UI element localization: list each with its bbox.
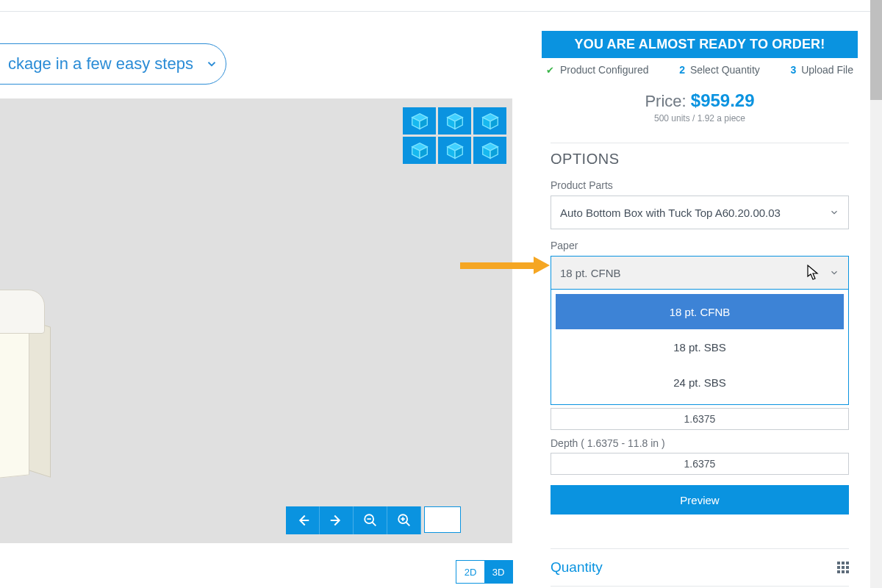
zoom-in-button[interactable] xyxy=(387,506,421,534)
progress-steps: ✔ Product Configured 2 Select Quantity 3… xyxy=(542,58,858,76)
toggle-2d[interactable]: 2D xyxy=(456,561,484,583)
step-2-label: Select Quantity xyxy=(690,64,760,76)
step-upload[interactable]: 3 Upload File xyxy=(790,64,853,76)
step-quantity[interactable]: 2 Select Quantity xyxy=(679,64,760,76)
grid-icon xyxy=(837,562,849,573)
paper-option-3[interactable]: 24 pt. SBS xyxy=(556,365,844,400)
product-parts-value: Auto Bottom Box with Tuck Top A60.20.00.… xyxy=(560,207,781,219)
steps-pill[interactable]: ckage in a few easy steps xyxy=(0,43,226,85)
preview-button[interactable]: Preview xyxy=(551,485,849,514)
view-angle-2[interactable] xyxy=(438,107,471,135)
price-sub: 500 units / 1.92 a piece xyxy=(542,113,858,123)
next-button[interactable] xyxy=(320,506,354,534)
steps-pill-text: ckage in a few easy steps xyxy=(8,54,193,74)
dimension-input[interactable] xyxy=(551,408,849,430)
options-section: OPTIONS Product Parts Auto Bottom Box wi… xyxy=(551,143,849,514)
page-scrollbar-thumb[interactable] xyxy=(870,0,882,100)
chevron-down-icon xyxy=(829,207,839,218)
paper-option-2[interactable]: 18 pt. SBS xyxy=(556,329,844,365)
product-viewer[interactable] xyxy=(0,98,512,543)
step-configured: ✔ Product Configured xyxy=(546,64,649,76)
quantity-section[interactable]: Quantity xyxy=(551,548,849,587)
price-value: $959.29 xyxy=(691,90,755,110)
order-banner: YOU ARE ALMOST READY TO ORDER! xyxy=(542,31,858,58)
prev-button[interactable] xyxy=(286,506,320,534)
view-angle-6[interactable] xyxy=(473,137,506,164)
view-angle-1[interactable] xyxy=(403,107,436,135)
paper-dropdown: 18 pt. CFNB 18 pt. SBS 24 pt. SBS xyxy=(551,290,849,405)
viewer-toolbar xyxy=(286,506,461,534)
paper-selected-value: 18 pt. CFNB xyxy=(560,267,621,279)
check-icon: ✔ xyxy=(546,65,554,76)
top-divider xyxy=(0,11,870,12)
product-parts-label: Product Parts xyxy=(551,179,849,191)
step-3-label: Upload File xyxy=(801,64,853,76)
chevron-down-icon xyxy=(205,57,218,71)
product-3d-model xyxy=(0,290,66,488)
toggle-3d[interactable]: 3D xyxy=(484,561,512,583)
quantity-title: Quantity xyxy=(551,559,603,576)
paper-label: Paper xyxy=(551,240,849,251)
color-swatch[interactable] xyxy=(424,506,461,533)
view-angle-5[interactable] xyxy=(438,137,471,164)
view-angle-4[interactable] xyxy=(403,137,436,164)
zoom-out-button[interactable] xyxy=(354,506,387,534)
price-block: Price: $959.29 500 units / 1.92 a piece xyxy=(542,90,858,123)
step-2-number: 2 xyxy=(679,64,685,76)
paper-option-1[interactable]: 18 pt. CFNB xyxy=(556,294,844,329)
view-angle-3[interactable] xyxy=(473,107,506,135)
options-heading: OPTIONS xyxy=(551,151,849,168)
step-1-label: Product Configured xyxy=(560,64,649,76)
depth-label: Depth ( 1.6375 - 11.8 in ) xyxy=(551,437,849,449)
depth-input[interactable] xyxy=(551,453,849,475)
price-label: Price: xyxy=(645,92,690,110)
chevron-down-icon xyxy=(829,268,839,278)
configure-panel: YOU ARE ALMOST READY TO ORDER! ✔ Product… xyxy=(542,31,858,588)
view-mode-toggle: 2D 3D xyxy=(456,560,513,584)
paper-select[interactable]: 18 pt. CFNB xyxy=(551,256,849,290)
product-parts-select[interactable]: Auto Bottom Box with Tuck Top A60.20.00.… xyxy=(551,196,849,229)
step-3-number: 3 xyxy=(790,64,796,76)
view-angle-buttons xyxy=(403,107,506,164)
